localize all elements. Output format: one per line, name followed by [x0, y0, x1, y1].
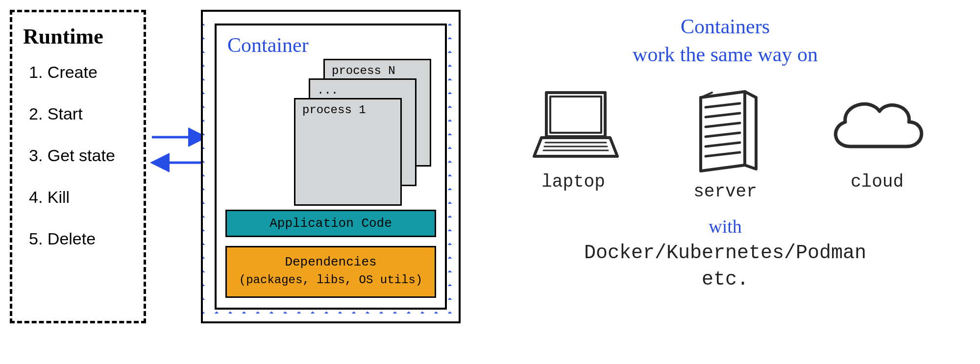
container-title: Container [227, 33, 436, 57]
dependencies-box: Dependencies (packages, libs, OS utils) [225, 246, 436, 298]
environments-row: laptop server [485, 83, 965, 202]
process-card-1: process 1 [294, 98, 402, 206]
with-label: with [485, 216, 965, 237]
portability-caption: Containers work the same way on laptop [485, 10, 965, 293]
laptop-icon [527, 83, 620, 166]
dependencies-subtitle: (packages, libs, OS utils) [230, 272, 432, 289]
server-icon [684, 83, 767, 176]
env-cloud: cloud [816, 83, 938, 202]
runtime-ops-list: Create Start Get state Kill Delete [23, 63, 133, 248]
tagline: Containers work the same way on [485, 13, 965, 68]
runtime-box: Runtime Create Start Get state Kill Dele… [10, 10, 146, 323]
tools-line2: etc. [702, 268, 749, 291]
tools-line1: Docker/Kubernetes/Podman [584, 242, 866, 264]
runtime-op-start: Start [29, 104, 133, 123]
runtime-op-getstate: Get state [29, 146, 133, 165]
tagline-line1: Containers [681, 15, 770, 38]
container-box: Container process N ... process 1 Applic… [201, 10, 461, 323]
application-code-label: Application Code [270, 216, 392, 231]
env-laptop-label: laptop [541, 172, 605, 192]
runtime-op-kill: Kill [29, 188, 133, 207]
env-laptop: laptop [512, 83, 635, 202]
diagram-stage: Runtime Create Start Get state Kill Dele… [10, 10, 970, 354]
process-card-n-label: process N [332, 64, 395, 77]
env-server-label: server [693, 182, 757, 202]
runtime-op-create: Create [29, 63, 133, 82]
container-inner: Container process N ... process 1 Applic… [215, 24, 447, 310]
env-cloud-label: cloud [851, 172, 904, 192]
runtime-op-delete: Delete [29, 229, 133, 248]
tagline-line2: work the same way on [633, 43, 818, 66]
runtime-title: Runtime [23, 24, 133, 49]
dependencies-title: Dependencies [285, 255, 376, 269]
env-server: server [664, 83, 786, 202]
cloud-icon [823, 83, 931, 166]
process-stack: process N ... process 1 [225, 55, 436, 202]
process-card-1-label: process 1 [302, 103, 366, 117]
tools-text: Docker/Kubernetes/Podman etc. [485, 240, 965, 293]
process-card-mid-label: ... [317, 84, 338, 97]
application-code-box: Application Code [225, 210, 436, 237]
